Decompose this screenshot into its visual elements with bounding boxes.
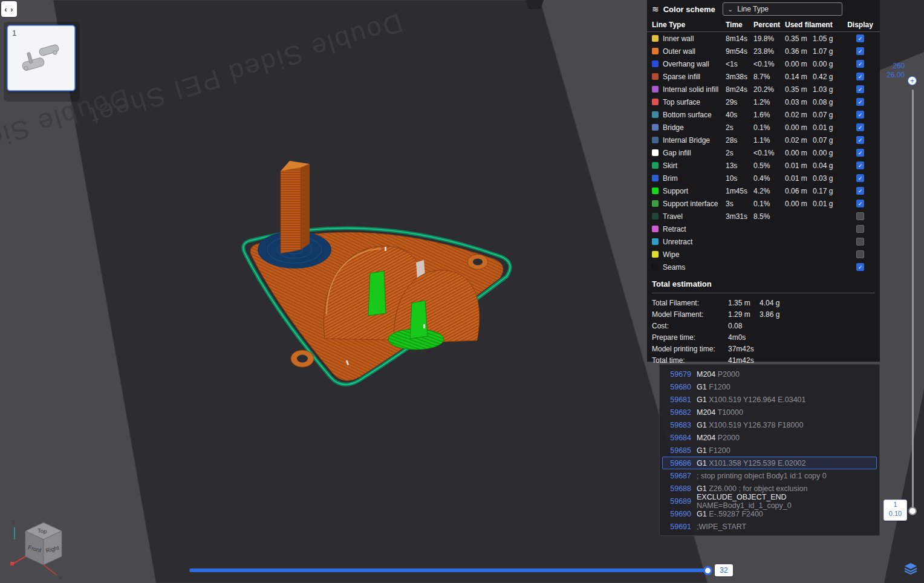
display-checkbox[interactable]: ✓ [856,263,864,271]
display-checkbox[interactable] [856,212,864,220]
col-percent: Percent [753,21,785,29]
gcode-line[interactable]: 59680G1 F1200 [662,380,877,393]
line-type-percent: 0.1% [753,200,785,208]
gcode-line[interactable]: 59687; stop printing object Body1 id:1 c… [662,469,877,482]
total-estimation-row: Model printing time:37m42s [652,343,875,354]
gcode-line-number: 59683 [666,421,691,429]
line-type-weight: 0.07 g [813,136,841,145]
gcode-line[interactable]: 59692G1 F11586.759 [662,533,877,536]
line-type-row: Skirt13s0.5%0.01 m0.04 g✓ [647,159,880,172]
total-row-value-1: 37m42s [728,345,760,353]
layer-slider-handle[interactable] [908,507,917,515]
line-type-weight: 0.00 g [813,60,841,68]
line-type-row: Internal solid infill8m24s20.2%0.35 m1.0… [647,83,880,96]
gcode-line[interactable]: 59681G1 X100.519 Y126.964 E.03401 [662,393,877,406]
gcode-line-text: EXCLUDE_OBJECT_END NAME=Body1_id_1_copy_… [697,493,873,510]
line-type-time: 40s [726,111,753,119]
display-checkbox[interactable]: ✓ [856,136,864,144]
display-checkbox[interactable]: ✓ [856,73,864,80]
display-checkbox[interactable]: ✓ [856,34,864,42]
gcode-line[interactable]: 59691;WIPE_START [662,520,877,533]
gcode-line[interactable]: 59685G1 F1200 [662,444,877,457]
line-type-row: Seams✓ [647,261,880,273]
gcode-args: E-.59287 F2400 [709,510,763,518]
display-checkbox[interactable]: ✓ [856,174,864,182]
color-scheme-header: ≋ Color scheme ⌄ Line Type [647,0,880,18]
line-type-label: Outer wall [663,47,726,56]
gcode-args: ; stop printing object Body1 id:1 copy 0 [697,472,827,480]
total-row-label: Prepare time: [652,333,728,342]
line-type-row: Bottom surface40s1.6%0.02 m0.07 g✓ [647,108,880,121]
display-checkbox[interactable]: ✓ [856,123,864,131]
display-checkbox[interactable]: ✓ [856,161,864,169]
gcode-command: G1 [697,459,707,467]
gcode-line-text: G1 F1200 [697,446,730,455]
line-type-rows: Inner wall8m14s19.8%0.35 m1.05 g✓Outer w… [647,32,880,273]
collapse-panel-button[interactable]: ‹ › [1,1,17,17]
display-checkbox[interactable]: ✓ [856,200,864,207]
gcode-line[interactable]: 59689EXCLUDE_OBJECT_END NAME=Body1_id_1_… [662,495,877,507]
display-checkbox[interactable] [856,250,864,258]
line-type-length: 0.14 m [785,73,813,81]
line-type-row: Support1m45s4.2%0.06 m0.17 g✓ [647,184,880,197]
display-checkbox[interactable]: ✓ [856,85,864,93]
line-type-percent: 1.2% [753,98,785,106]
line-type-color-swatch [652,162,659,169]
display-checkbox[interactable]: ✓ [856,187,864,195]
layer-slider-track[interactable] [912,90,914,512]
gcode-line-number: 59687 [666,472,691,480]
line-type-length: 0.02 m [785,136,813,145]
layer-slider-top-labels: 260 26.00 [876,62,905,80]
gcode-line-text: M204 T10000 [697,408,743,417]
gcode-line[interactable]: 59684M204 P2000 [662,431,877,444]
gcode-line-number: 59681 [666,396,691,404]
line-type-percent: 1.6% [753,111,785,119]
line-type-row: Inner wall8m14s19.8%0.35 m1.05 g✓ [647,32,880,45]
layer-slider-add-button[interactable]: + [908,76,917,85]
line-type-row: Retract [647,223,880,235]
gcode-line[interactable]: 59682M204 T10000 [662,406,877,419]
display-checkbox[interactable]: ✓ [856,98,864,106]
gcode-line[interactable]: 59683G1 X100.519 Y126.378 F18000 [662,419,877,431]
gcode-line-number: 59679 [666,370,691,379]
gcode-line-number: 59690 [666,510,691,518]
line-type-row: Support interface3s0.1%0.00 m0.01 g✓ [647,197,880,210]
total-row-value-1: 0.08 [728,322,760,330]
gcode-line-selected[interactable]: 59686G1 X101.358 Y125.539 E.02002 [662,457,877,469]
plate-thumbnail[interactable]: 1 [7,25,75,91]
total-row-label: Model Filament: [652,310,728,319]
line-type-time: 2s [726,123,753,132]
line-type-color-swatch [652,86,659,93]
gcode-line[interactable]: 59679M204 P2000 [662,368,877,380]
color-scheme-dropdown[interactable]: ⌄ Line Type [723,2,842,16]
display-checkbox[interactable]: ✓ [856,47,864,55]
line-type-percent: <0.1% [753,149,785,157]
line-type-row: Bridge2s0.1%0.00 m0.01 g✓ [647,121,880,134]
line-type-label: Travel [663,212,726,221]
gcode-line-text: G1 X101.358 Y125.539 E.02002 [697,459,806,467]
line-type-length: 0.00 m [785,123,813,132]
display-checkbox[interactable] [856,225,864,233]
line-type-color-swatch [652,99,659,105]
display-checkbox[interactable]: ✓ [856,111,864,119]
line-type-color-swatch [652,213,659,220]
display-checkbox[interactable] [856,238,864,246]
line-type-weight: 0.17 g [813,187,841,195]
line-type-row: Brim10s0.4%0.01 m0.03 g✓ [647,172,880,184]
move-slider-track[interactable] [189,568,709,572]
total-estimation-row: Prepare time:4m0s [652,331,875,343]
gcode-args: P2000 [718,370,740,379]
line-type-length: 0.36 m [785,47,813,56]
gcode-command: G1 [697,484,707,493]
display-checkbox[interactable]: ✓ [856,60,864,68]
navigation-cube[interactable]: z Top Front Right x [8,513,76,583]
line-type-label: Unretract [663,238,726,246]
layers-view-button[interactable] [903,561,918,576]
display-checkbox[interactable]: ✓ [856,149,864,157]
move-slider-handle[interactable] [703,566,712,575]
line-type-percent: 19.8% [753,34,785,43]
total-estimation-row: Model Filament:1.29 m3.86 g [652,308,875,320]
total-row-label: Total time: [652,356,728,365]
color-scheme-dropdown-value: Line Type [737,5,769,13]
gcode-line-number: 59685 [666,446,691,455]
